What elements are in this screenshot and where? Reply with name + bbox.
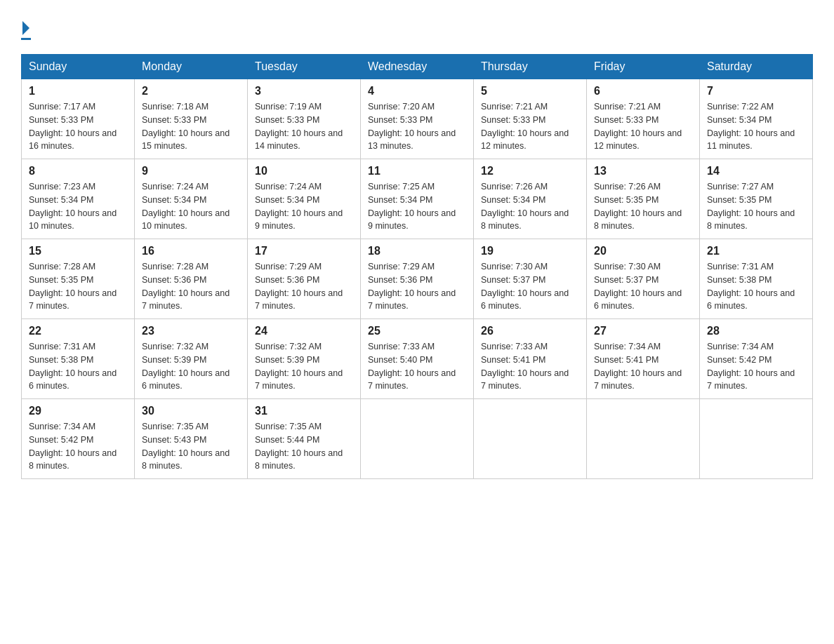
calendar-cell: 23 Sunrise: 7:32 AMSunset: 5:39 PMDaylig… (135, 319, 248, 399)
day-number: 30 (142, 405, 240, 417)
calendar-cell: 7 Sunrise: 7:22 AMSunset: 5:34 PMDayligh… (700, 79, 813, 159)
calendar-cell: 3 Sunrise: 7:19 AMSunset: 5:33 PMDayligh… (248, 79, 361, 159)
calendar-cell: 8 Sunrise: 7:23 AMSunset: 5:34 PMDayligh… (22, 159, 135, 239)
day-number: 13 (594, 165, 692, 177)
day-info: Sunrise: 7:29 AMSunset: 5:36 PMDaylight:… (255, 260, 353, 313)
calendar-cell (474, 399, 587, 479)
day-number: 8 (29, 165, 127, 177)
header-friday: Friday (587, 55, 700, 79)
calendar-cell: 17 Sunrise: 7:29 AMSunset: 5:36 PMDaylig… (248, 239, 361, 319)
day-number: 3 (255, 85, 353, 98)
day-number: 7 (707, 85, 805, 98)
calendar-cell: 19 Sunrise: 7:30 AMSunset: 5:37 PMDaylig… (474, 239, 587, 319)
day-info: Sunrise: 7:33 AMSunset: 5:41 PMDaylight:… (481, 340, 579, 393)
day-info: Sunrise: 7:32 AMSunset: 5:39 PMDaylight:… (255, 340, 353, 393)
day-number: 28 (707, 325, 805, 337)
day-info: Sunrise: 7:29 AMSunset: 5:36 PMDaylight:… (368, 260, 466, 313)
day-info: Sunrise: 7:26 AMSunset: 5:34 PMDaylight:… (481, 180, 579, 233)
calendar-cell: 28 Sunrise: 7:34 AMSunset: 5:42 PMDaylig… (700, 319, 813, 399)
day-info: Sunrise: 7:35 AMSunset: 5:44 PMDaylight:… (255, 420, 353, 473)
calendar-header-row: SundayMondayTuesdayWednesdayThursdayFrid… (22, 55, 813, 79)
day-number: 20 (594, 245, 692, 257)
day-info: Sunrise: 7:26 AMSunset: 5:35 PMDaylight:… (594, 180, 692, 233)
day-info: Sunrise: 7:33 AMSunset: 5:40 PMDaylight:… (368, 340, 466, 393)
calendar-cell: 6 Sunrise: 7:21 AMSunset: 5:33 PMDayligh… (587, 79, 700, 159)
calendar-cell: 16 Sunrise: 7:28 AMSunset: 5:36 PMDaylig… (135, 239, 248, 319)
day-number: 11 (368, 165, 466, 177)
calendar-cell: 29 Sunrise: 7:34 AMSunset: 5:42 PMDaylig… (22, 399, 135, 479)
calendar-cell: 9 Sunrise: 7:24 AMSunset: 5:34 PMDayligh… (135, 159, 248, 239)
calendar-cell: 24 Sunrise: 7:32 AMSunset: 5:39 PMDaylig… (248, 319, 361, 399)
calendar-cell: 18 Sunrise: 7:29 AMSunset: 5:36 PMDaylig… (361, 239, 474, 319)
day-info: Sunrise: 7:17 AMSunset: 5:33 PMDaylight:… (29, 100, 127, 153)
day-number: 12 (481, 165, 579, 177)
calendar-week-row: 1 Sunrise: 7:17 AMSunset: 5:33 PMDayligh… (22, 79, 813, 159)
day-info: Sunrise: 7:28 AMSunset: 5:35 PMDaylight:… (29, 260, 127, 313)
day-number: 16 (142, 245, 240, 257)
day-info: Sunrise: 7:27 AMSunset: 5:35 PMDaylight:… (707, 180, 805, 233)
day-info: Sunrise: 7:34 AMSunset: 5:42 PMDaylight:… (707, 340, 805, 393)
day-number: 9 (142, 165, 240, 177)
day-number: 2 (142, 85, 240, 98)
calendar-cell: 13 Sunrise: 7:26 AMSunset: 5:35 PMDaylig… (587, 159, 700, 239)
calendar-cell (700, 399, 813, 479)
day-info: Sunrise: 7:30 AMSunset: 5:37 PMDaylight:… (481, 260, 579, 313)
calendar-cell (587, 399, 700, 479)
day-number: 21 (707, 245, 805, 257)
day-number: 14 (707, 165, 805, 177)
page-header (21, 21, 813, 40)
day-info: Sunrise: 7:24 AMSunset: 5:34 PMDaylight:… (142, 180, 240, 233)
day-number: 31 (255, 405, 353, 417)
logo-arrow-icon (22, 21, 29, 35)
day-info: Sunrise: 7:31 AMSunset: 5:38 PMDaylight:… (29, 340, 127, 393)
calendar-week-row: 15 Sunrise: 7:28 AMSunset: 5:35 PMDaylig… (22, 239, 813, 319)
day-number: 17 (255, 245, 353, 257)
day-number: 19 (481, 245, 579, 257)
day-info: Sunrise: 7:28 AMSunset: 5:36 PMDaylight:… (142, 260, 240, 313)
calendar-cell: 30 Sunrise: 7:35 AMSunset: 5:43 PMDaylig… (135, 399, 248, 479)
day-number: 26 (481, 325, 579, 337)
day-number: 29 (29, 405, 127, 417)
calendar-cell: 25 Sunrise: 7:33 AMSunset: 5:40 PMDaylig… (361, 319, 474, 399)
calendar-cell: 31 Sunrise: 7:35 AMSunset: 5:44 PMDaylig… (248, 399, 361, 479)
day-info: Sunrise: 7:21 AMSunset: 5:33 PMDaylight:… (481, 100, 579, 153)
day-number: 23 (142, 325, 240, 337)
calendar-cell: 10 Sunrise: 7:24 AMSunset: 5:34 PMDaylig… (248, 159, 361, 239)
calendar-cell: 1 Sunrise: 7:17 AMSunset: 5:33 PMDayligh… (22, 79, 135, 159)
day-number: 18 (368, 245, 466, 257)
header-sunday: Sunday (22, 55, 135, 79)
day-number: 1 (29, 85, 127, 98)
day-info: Sunrise: 7:23 AMSunset: 5:34 PMDaylight:… (29, 180, 127, 233)
calendar-cell (361, 399, 474, 479)
day-info: Sunrise: 7:34 AMSunset: 5:42 PMDaylight:… (29, 420, 127, 473)
header-monday: Monday (135, 55, 248, 79)
day-info: Sunrise: 7:18 AMSunset: 5:33 PMDaylight:… (142, 100, 240, 153)
day-info: Sunrise: 7:22 AMSunset: 5:34 PMDaylight:… (707, 100, 805, 153)
day-number: 10 (255, 165, 353, 177)
calendar-week-row: 8 Sunrise: 7:23 AMSunset: 5:34 PMDayligh… (22, 159, 813, 239)
calendar-week-row: 29 Sunrise: 7:34 AMSunset: 5:42 PMDaylig… (22, 399, 813, 479)
day-number: 27 (594, 325, 692, 337)
day-info: Sunrise: 7:30 AMSunset: 5:37 PMDaylight:… (594, 260, 692, 313)
day-number: 4 (368, 85, 466, 98)
day-info: Sunrise: 7:25 AMSunset: 5:34 PMDaylight:… (368, 180, 466, 233)
day-number: 15 (29, 245, 127, 257)
day-info: Sunrise: 7:20 AMSunset: 5:33 PMDaylight:… (368, 100, 466, 153)
calendar-week-row: 22 Sunrise: 7:31 AMSunset: 5:38 PMDaylig… (22, 319, 813, 399)
header-tuesday: Tuesday (248, 55, 361, 79)
calendar-cell: 2 Sunrise: 7:18 AMSunset: 5:33 PMDayligh… (135, 79, 248, 159)
header-saturday: Saturday (700, 55, 813, 79)
calendar-cell: 21 Sunrise: 7:31 AMSunset: 5:38 PMDaylig… (700, 239, 813, 319)
calendar-cell: 27 Sunrise: 7:34 AMSunset: 5:41 PMDaylig… (587, 319, 700, 399)
day-info: Sunrise: 7:32 AMSunset: 5:39 PMDaylight:… (142, 340, 240, 393)
calendar-cell: 14 Sunrise: 7:27 AMSunset: 5:35 PMDaylig… (700, 159, 813, 239)
calendar-cell: 11 Sunrise: 7:25 AMSunset: 5:34 PMDaylig… (361, 159, 474, 239)
calendar-cell: 15 Sunrise: 7:28 AMSunset: 5:35 PMDaylig… (22, 239, 135, 319)
header-wednesday: Wednesday (361, 55, 474, 79)
calendar-cell: 20 Sunrise: 7:30 AMSunset: 5:37 PMDaylig… (587, 239, 700, 319)
calendar-cell: 22 Sunrise: 7:31 AMSunset: 5:38 PMDaylig… (22, 319, 135, 399)
day-info: Sunrise: 7:31 AMSunset: 5:38 PMDaylight:… (707, 260, 805, 313)
day-number: 24 (255, 325, 353, 337)
day-info: Sunrise: 7:24 AMSunset: 5:34 PMDaylight:… (255, 180, 353, 233)
calendar-cell: 26 Sunrise: 7:33 AMSunset: 5:41 PMDaylig… (474, 319, 587, 399)
